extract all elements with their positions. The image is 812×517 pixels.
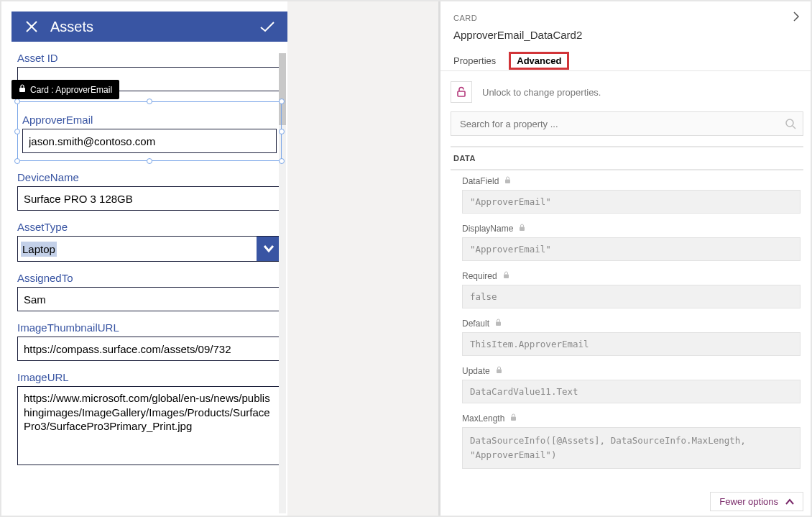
- divider: [440, 70, 812, 71]
- prop-label: DataField: [462, 176, 499, 186]
- input-image-thumb[interactable]: [17, 337, 282, 361]
- unlock-banner[interactable]: Unlock to change properties.: [451, 81, 803, 103]
- prop-label: MaxLength: [462, 413, 504, 424]
- resize-handle[interactable]: [14, 158, 20, 164]
- prop-update: Update DataCardValue11.Text: [462, 366, 801, 403]
- svg-rect-9: [496, 322, 501, 326]
- section-data-header: DATA: [451, 154, 476, 163]
- field-device-name: DeviceName: [17, 171, 282, 211]
- fewer-options-button[interactable]: Fewer options: [710, 492, 803, 511]
- prop-value[interactable]: "ApproverEmail": [462, 237, 801, 261]
- lock-icon: [496, 366, 502, 376]
- fewer-options-label: Fewer options: [719, 496, 778, 507]
- lock-icon: [19, 84, 26, 95]
- label-asset-id: Asset ID: [17, 52, 282, 64]
- chevron-up-icon: [785, 498, 794, 505]
- select-asset-type-value: Laptop: [18, 237, 257, 261]
- property-list: DataField "ApproverEmail" DisplayName "A…: [440, 170, 812, 469]
- prop-label: Required: [462, 271, 497, 281]
- submit-icon[interactable]: [259, 20, 276, 33]
- tab-properties[interactable]: Properties: [453, 51, 496, 70]
- selection-tooltip-text: Card : ApproverEmail: [30, 85, 112, 95]
- resize-handle[interactable]: [279, 99, 285, 104]
- properties-header: CARD ApproverEmail_DataCard2 Properties …: [440, 1, 812, 70]
- svg-rect-11: [511, 417, 516, 421]
- svg-point-4: [786, 119, 793, 127]
- object-name: ApproverEmail_DataCard2: [453, 29, 801, 41]
- prop-required: Required false: [462, 271, 801, 308]
- label-image-thumb: ImageThumbnailURL: [17, 321, 282, 334]
- label-assigned-to: AssignedTo: [17, 272, 282, 284]
- card-approver-email[interactable]: ApproverEmail: [17, 101, 282, 161]
- prop-displayname: DisplayName "ApproverEmail": [462, 224, 801, 261]
- resize-handle[interactable]: [147, 158, 152, 164]
- resize-handle[interactable]: [14, 129, 20, 134]
- prop-label: Default: [462, 319, 489, 329]
- prop-label: DisplayName: [462, 224, 513, 234]
- property-search-input[interactable]: [451, 111, 803, 136]
- properties-pane: CARD ApproverEmail_DataCard2 Properties …: [440, 1, 812, 516]
- form-body: Asset ID ApproverEmail DeviceName AssetT…: [11, 42, 287, 465]
- lock-icon: [519, 224, 525, 234]
- resize-handle[interactable]: [147, 99, 152, 104]
- prop-default: Default ThisItem.ApproverEmail: [462, 319, 801, 356]
- prop-maxlength: MaxLength DataSourceInfo([@Assets], Data…: [462, 413, 801, 469]
- resize-handle[interactable]: [14, 99, 20, 104]
- chevron-down-icon[interactable]: [257, 237, 281, 261]
- prop-value[interactable]: ThisItem.ApproverEmail: [462, 332, 801, 356]
- svg-rect-8: [504, 275, 509, 279]
- search-icon[interactable]: [785, 118, 796, 132]
- svg-rect-3: [458, 91, 465, 96]
- prop-value[interactable]: false: [462, 285, 801, 308]
- label-approver-email: ApproverEmail: [22, 114, 277, 126]
- selection-tooltip: Card : ApproverEmail: [11, 80, 119, 99]
- resize-handle[interactable]: [279, 158, 285, 164]
- select-asset-type[interactable]: Laptop: [17, 236, 282, 262]
- label-image-url: ImageURL: [17, 371, 282, 383]
- resize-handle[interactable]: [279, 129, 285, 134]
- input-approver-email[interactable]: [22, 129, 277, 153]
- prop-value[interactable]: "ApproverEmail": [462, 190, 801, 214]
- tab-advanced[interactable]: Advanced: [509, 51, 569, 70]
- form-header: Assets: [11, 12, 287, 42]
- svg-rect-7: [520, 227, 525, 232]
- prop-datafield: DataField "ApproverEmail": [462, 176, 801, 214]
- field-asset-type: AssetType Laptop: [17, 221, 282, 262]
- label-asset-type: AssetType: [17, 221, 282, 233]
- lock-icon: [495, 319, 502, 329]
- label-device-name: DeviceName: [17, 171, 282, 183]
- close-icon[interactable]: [23, 20, 40, 33]
- chevron-right-icon[interactable]: [792, 12, 801, 24]
- prop-value[interactable]: DataSourceInfo([@Assets], DataSourceInfo…: [462, 427, 801, 469]
- svg-line-5: [793, 126, 795, 129]
- property-tabs: Properties Advanced: [453, 51, 801, 70]
- property-search-row: [451, 111, 803, 136]
- svg-rect-2: [19, 88, 25, 92]
- prop-label: Update: [462, 366, 490, 376]
- lock-icon: [503, 271, 509, 281]
- field-image-thumb: ImageThumbnailURL: [17, 321, 282, 361]
- form-title: Assets: [50, 19, 259, 35]
- svg-rect-6: [505, 180, 510, 184]
- prop-value[interactable]: DataCardValue11.Text: [462, 380, 801, 403]
- lock-icon: [451, 81, 472, 103]
- svg-rect-10: [497, 370, 502, 374]
- center-gutter: [287, 1, 438, 516]
- lock-icon: [504, 176, 511, 186]
- object-kind: CARD: [453, 14, 792, 22]
- lock-icon: [510, 413, 517, 424]
- unlock-text: Unlock to change properties.: [482, 87, 601, 98]
- input-image-url[interactable]: https://www.microsoft.com/global/en-us/n…: [17, 386, 282, 465]
- field-assigned-to: AssignedTo: [17, 272, 282, 311]
- input-device-name[interactable]: [17, 186, 282, 211]
- input-assigned-to[interactable]: [17, 287, 282, 311]
- field-image-url: ImageURL https://www.microsoft.com/globa…: [17, 371, 282, 465]
